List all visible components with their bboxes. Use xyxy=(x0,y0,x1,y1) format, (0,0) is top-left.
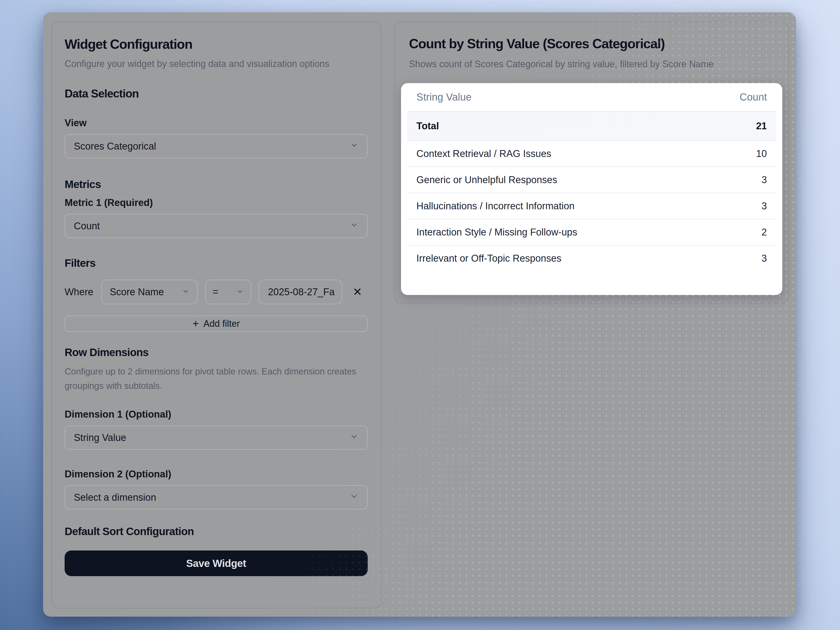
metric1-select[interactable]: Count xyxy=(65,214,368,238)
chevron-down-icon xyxy=(350,141,358,152)
table-row: Interaction Style / Missing Follow-ups 2 xyxy=(407,219,776,245)
row-dimensions-heading: Row Dimensions xyxy=(65,346,368,359)
preview-title: Count by String Value (Scores Categorica… xyxy=(409,35,774,52)
row-label: Hallucinations / Incorrect Information xyxy=(417,201,575,212)
filter-column-value: Score Name xyxy=(110,287,164,298)
add-filter-label: Add filter xyxy=(203,318,240,329)
pivot-table-card: String Value Count Total 21 Context Retr… xyxy=(401,83,782,295)
metric1-select-value: Count xyxy=(74,221,100,232)
metric1-label: Metric 1 (Required) xyxy=(65,197,368,208)
view-label: View xyxy=(65,117,368,128)
view-select-value: Scores Categorical xyxy=(74,141,156,152)
filter-value-input[interactable]: 2025-08-27_Fa xyxy=(259,280,342,304)
dimension1-select[interactable]: String Value xyxy=(65,426,368,450)
row-count: 2 xyxy=(761,227,767,238)
data-selection-heading: Data Selection xyxy=(65,87,368,100)
save-widget-button[interactable]: Save Widget xyxy=(65,551,368,576)
row-dimensions-description: Configure up to 2 dimensions for pivot t… xyxy=(65,364,367,393)
row-count: 3 xyxy=(761,201,767,212)
row-label: Generic or Unhelpful Responses xyxy=(417,174,557,185)
table-row: Irrelevant or Off-Topic Responses 3 xyxy=(407,245,776,271)
row-label: Context Retrieval / RAG Issues xyxy=(417,148,551,159)
dimension1-label: Dimension 1 (Optional) xyxy=(65,409,368,420)
widget-preview-panel: Count by String Value (Scores Categorica… xyxy=(394,22,789,303)
where-label: Where xyxy=(65,287,93,298)
row-count: 3 xyxy=(761,174,767,185)
chevron-down-icon xyxy=(350,221,358,232)
table-row: Hallucinations / Incorrect Information 3 xyxy=(407,193,776,219)
add-filter-button[interactable]: + Add filter xyxy=(65,315,368,332)
remove-filter-button[interactable]: ✕ xyxy=(350,284,365,299)
row-count: 10 xyxy=(756,148,767,159)
metrics-heading: Metrics xyxy=(65,178,368,191)
chevron-down-icon xyxy=(350,432,358,443)
chevron-down-icon xyxy=(182,287,189,298)
row-label: Interaction Style / Missing Follow-ups xyxy=(417,227,577,238)
dimension1-select-value: String Value xyxy=(74,432,126,443)
table-row: Context Retrieval / RAG Issues 10 xyxy=(407,140,776,166)
close-icon: ✕ xyxy=(352,285,362,298)
row-label: Irrelevant or Off-Topic Responses xyxy=(417,253,561,264)
table-row: Generic or Unhelpful Responses 3 xyxy=(407,166,776,193)
dimension2-select-value: Select a dimension xyxy=(74,492,156,503)
chevron-down-icon xyxy=(236,287,244,298)
plus-icon: + xyxy=(193,318,199,329)
filter-value-text: 2025-08-27_Fa xyxy=(268,287,335,298)
widget-configuration-dialog: Widget Configuration Configure your widg… xyxy=(43,12,796,617)
filter-operator-value: = xyxy=(213,287,218,298)
chevron-down-icon xyxy=(350,492,358,503)
filter-row: Where Score Name = 2025-08-27_Fa ✕ xyxy=(65,280,368,304)
preview-subtitle: Shows count of Scores Categorical by str… xyxy=(409,57,774,71)
widget-configuration-panel: Widget Configuration Configure your widg… xyxy=(51,22,381,608)
filter-operator-select[interactable]: = xyxy=(205,280,251,304)
total-count: 21 xyxy=(756,120,767,131)
view-select[interactable]: Scores Categorical xyxy=(65,134,368,158)
dimension2-select[interactable]: Select a dimension xyxy=(65,485,368,510)
row-count: 3 xyxy=(761,253,767,264)
table-total-row: Total 21 xyxy=(407,111,776,140)
filters-heading: Filters xyxy=(65,257,368,269)
column-header-count: Count xyxy=(739,91,767,103)
page-title: Widget Configuration xyxy=(65,36,368,52)
table-header-row: String Value Count xyxy=(407,83,776,111)
filter-column-select[interactable]: Score Name xyxy=(101,280,198,304)
total-label: Total xyxy=(417,120,439,131)
dimension2-label: Dimension 2 (Optional) xyxy=(65,469,368,480)
page-subtitle: Configure your widget by selecting data … xyxy=(65,57,336,71)
sort-configuration-heading: Default Sort Configuration xyxy=(65,526,368,538)
column-header-string-value: String Value xyxy=(417,91,472,103)
